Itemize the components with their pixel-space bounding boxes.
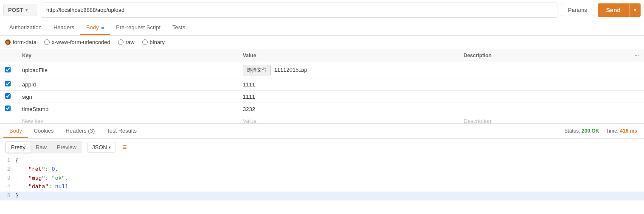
row-more-appid [630,78,644,91]
row-checkbox-timestamp[interactable] [0,103,17,115]
code-line-1: 1 { [0,156,644,165]
new-row-checkbox [0,115,17,124]
col-header-key: Key [17,49,238,62]
row-value-timestamp: 3232 [238,103,458,115]
table-row: uploadFile 选择文件 11112015.zip [0,62,644,78]
response-tabs-bar: Body Cookies Headers (3) Test Results St… [0,123,644,139]
response-tab-test-results[interactable]: Test Results [101,124,143,138]
line-content-4: "data": null [15,183,68,192]
time-value: 416 ms [620,128,637,134]
row-key-uploadfile: uploadFile [17,62,238,78]
format-pretty-button[interactable]: Pretty [6,142,31,153]
body-active-dot [101,27,104,29]
tab-authorization[interactable]: Authorization [3,21,48,35]
row-desc-timestamp [458,103,630,115]
row-value-appid: 1111 [238,78,458,91]
send-button-group: Send ▾ [598,3,641,17]
params-button[interactable]: Params [561,4,594,16]
tab-headers[interactable]: Headers [48,21,80,35]
time-label: Time: 416 ms [606,128,637,134]
line-content-5: } [15,192,19,200]
form-area: Key Value Description ··· uploadFile 选择文… [0,49,644,123]
line-num-3: 3 [0,174,15,183]
tab-tests[interactable]: Tests [166,21,191,35]
tab-body[interactable]: Body [80,21,110,35]
radio-form-data[interactable]: form-data [5,39,37,45]
col-header-description: Description [458,49,630,62]
line-content-3: "msg": "ok", [15,174,68,183]
code-line-4: 4 "data": null [0,183,644,192]
new-row-value[interactable]: Value [238,115,458,124]
response-format-bar: Pretty Raw Preview JSON ▾ ≡ [0,139,644,156]
col-header-more: ··· [630,49,644,62]
chevron-down-icon: ▾ [109,145,111,150]
status-label: Status: 200 OK [564,128,599,134]
status-value: 200 OK [582,128,599,134]
row-more-sign [630,91,644,103]
row-desc-uploadfile [458,62,630,78]
row-value-uploadfile: 选择文件 11112015.zip [238,62,458,78]
response-tabs-left: Body Cookies Headers (3) Test Results [3,124,143,138]
line-num-2: 2 [0,165,15,174]
new-row-more [630,115,644,124]
row-checkbox-appid[interactable] [0,78,17,91]
format-raw-button[interactable]: Raw [31,142,52,153]
table-row: appId 1111 [0,78,644,91]
tab-pre-request-script[interactable]: Pre-request Script [110,21,166,35]
response-tab-headers[interactable]: Headers (3) [60,124,101,138]
response-status: Status: 200 OK Time: 416 ms [564,128,637,134]
line-num-5: 5 [0,192,15,200]
table-row: timeStamp 3232 [0,103,644,115]
response-tab-cookies[interactable]: Cookies [28,124,60,138]
row-key-sign: sign [17,91,238,103]
top-bar: POST ▾ Params Send ▾ [0,0,644,20]
row-checkbox-uploadfile[interactable] [0,62,17,78]
radio-x-www-form-urlencoded[interactable]: x-www-form-urlencoded [44,39,110,45]
json-type-selector[interactable]: JSON ▾ [87,142,115,153]
radio-raw[interactable]: raw [118,39,135,45]
request-tabs-bar: Authorization Headers Body Pre-request S… [0,20,644,36]
radio-binary[interactable]: binary [142,39,165,45]
row-desc-sign [458,91,630,103]
line-content-1: { [15,156,19,165]
form-table: Key Value Description ··· uploadFile 选择文… [0,49,644,123]
format-preview-button[interactable]: Preview [52,142,82,153]
code-area: 1 { 2 "ret": 0, 3 "msg": "ok", 4 "data":… [0,156,644,207]
col-header-value: Value [238,49,458,62]
line-num-4: 4 [0,183,15,191]
row-more-uploadfile [630,62,644,78]
code-line-3: 3 "msg": "ok", [0,174,644,183]
wrap-icon[interactable]: ≡ [119,141,130,153]
line-num-1: 1 [0,156,15,165]
body-options: form-data x-www-form-urlencoded raw bina… [0,36,644,49]
code-line-2: 2 "ret": 0, [0,165,644,174]
format-group: Pretty Raw Preview [5,141,82,153]
send-button[interactable]: Send [598,3,629,17]
row-value-sign: 1111 [238,91,458,103]
method-dropdown[interactable]: POST ▾ [3,4,37,16]
new-key-row: New key Value Description [0,115,644,124]
row-desc-appid [458,78,630,91]
url-input[interactable] [41,3,557,18]
row-key-timestamp: timeStamp [17,103,238,115]
code-line-5: 5 } [0,192,644,200]
row-key-appid: appId [17,78,238,91]
line-content-2: "ret": 0, [15,165,58,174]
send-dropdown-icon[interactable]: ▾ [629,3,641,17]
chevron-down-icon: ▾ [25,8,28,12]
row-checkbox-sign[interactable] [0,91,17,103]
table-row: sign 1111 [0,91,644,103]
method-label: POST [8,7,23,13]
response-tab-body[interactable]: Body [3,124,28,138]
new-row-key[interactable]: New key [17,115,238,124]
col-header-checkbox [0,49,17,62]
new-row-desc[interactable]: Description [458,115,630,124]
choose-file-button[interactable]: 选择文件 [243,65,271,75]
file-name-label: 11112015.zip [274,67,307,73]
row-more-timestamp [630,103,644,115]
